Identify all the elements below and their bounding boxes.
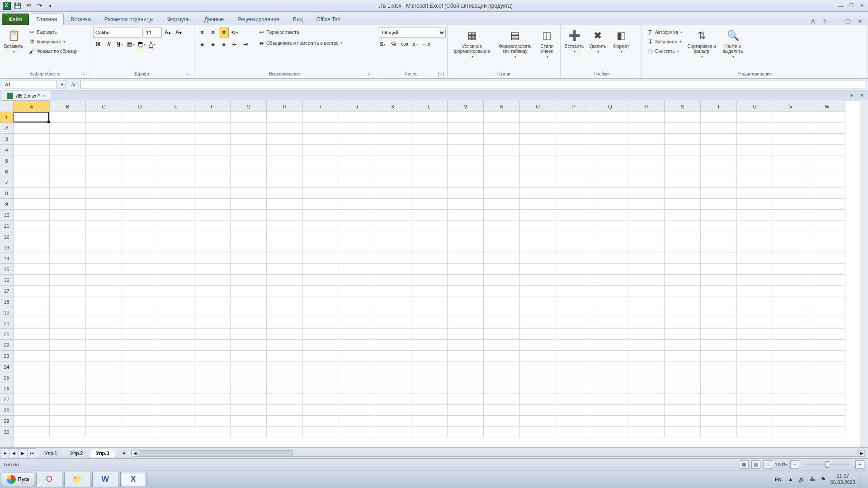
cell[interactable] (231, 416, 267, 427)
cell[interactable] (86, 242, 122, 253)
column-header[interactable]: N (484, 101, 520, 112)
decrease-indent-button[interactable]: ⇤ (230, 39, 240, 49)
cell[interactable] (665, 264, 701, 275)
cell[interactable] (194, 318, 231, 329)
row-header[interactable]: 16 (0, 275, 13, 286)
cell[interactable] (665, 199, 701, 210)
cell[interactable] (339, 318, 375, 329)
cell[interactable] (194, 394, 231, 405)
cell[interactable] (14, 112, 50, 123)
cell[interactable] (194, 307, 231, 318)
cell[interactable] (50, 112, 86, 123)
cell[interactable] (411, 199, 448, 210)
cell[interactable] (339, 210, 375, 221)
cell[interactable] (773, 166, 809, 177)
cell[interactable] (267, 231, 303, 242)
cell[interactable] (484, 166, 520, 177)
row-header[interactable]: 26 (0, 383, 13, 394)
cell[interactable] (484, 340, 520, 351)
format-as-table-button[interactable]: ▤Форматировать как таблицу (495, 28, 535, 60)
cell[interactable] (303, 221, 339, 231)
cell[interactable] (86, 221, 122, 231)
cell[interactable] (375, 166, 411, 177)
column-header[interactable]: C (86, 101, 122, 112)
cell[interactable] (556, 155, 592, 166)
ribbon-tab-данные[interactable]: Данные (198, 14, 231, 25)
percent-button[interactable]: % (389, 39, 399, 49)
cell[interactable] (520, 264, 556, 275)
cell[interactable] (194, 286, 231, 296)
row-header[interactable]: 14 (0, 253, 13, 264)
cell[interactable] (158, 383, 194, 394)
cell[interactable] (773, 351, 809, 361)
alignment-launcher[interactable]: ↘ (366, 72, 371, 77)
cell[interactable] (773, 286, 809, 296)
cell[interactable] (737, 155, 773, 166)
ribbon-tab-вид[interactable]: Вид (286, 14, 310, 25)
cell[interactable] (737, 405, 773, 416)
cell[interactable] (592, 351, 628, 361)
cell[interactable] (158, 394, 194, 405)
cell[interactable] (375, 242, 411, 253)
cell[interactable] (484, 199, 520, 210)
cell[interactable] (592, 145, 628, 155)
cell[interactable] (809, 296, 845, 307)
page-break-view-button[interactable]: ▭ (763, 460, 772, 469)
cell[interactable] (194, 405, 231, 416)
cell[interactable] (448, 199, 484, 210)
cell[interactable] (520, 329, 556, 340)
cell[interactable] (592, 112, 628, 123)
cell[interactable] (520, 231, 556, 242)
cell[interactable] (484, 361, 520, 372)
cell[interactable] (737, 318, 773, 329)
cell[interactable] (231, 112, 267, 123)
cell[interactable] (484, 134, 520, 145)
cell[interactable] (809, 340, 845, 351)
align-bottom-button[interactable]: ≡ (219, 28, 229, 38)
cell[interactable] (267, 264, 303, 275)
cell[interactable] (122, 275, 158, 286)
cell[interactable] (411, 340, 448, 351)
workbook-restore-button[interactable]: ❐ (844, 18, 853, 25)
cell[interactable] (339, 416, 375, 427)
row-header[interactable]: 2 (0, 123, 13, 134)
cell[interactable] (520, 134, 556, 145)
zoom-out-button[interactable]: − (790, 460, 799, 469)
hscroll-thumb[interactable] (139, 450, 292, 456)
cell[interactable] (267, 405, 303, 416)
cell[interactable] (448, 394, 484, 405)
cell[interactable] (411, 242, 448, 253)
cell[interactable] (339, 372, 375, 383)
cell[interactable] (737, 177, 773, 188)
cell[interactable] (737, 188, 773, 199)
cell[interactable] (50, 145, 86, 155)
cell[interactable] (411, 123, 448, 134)
cell[interactable] (50, 318, 86, 329)
ribbon-tab-формулы[interactable]: Формулы (160, 14, 198, 25)
cell[interactable] (520, 253, 556, 264)
cell[interactable] (267, 361, 303, 372)
cell[interactable] (303, 372, 339, 383)
column-header[interactable]: K (375, 101, 411, 112)
cell[interactable] (520, 112, 556, 123)
column-header[interactable]: P (556, 101, 592, 112)
cell[interactable] (303, 296, 339, 307)
row-header[interactable]: 27 (0, 394, 13, 405)
cell[interactable] (267, 177, 303, 188)
cell[interactable] (375, 264, 411, 275)
cell[interactable] (484, 307, 520, 318)
row-header[interactable]: 15 (0, 264, 13, 275)
cell[interactable] (701, 286, 737, 296)
cell[interactable] (158, 145, 194, 155)
tray-network-icon[interactable]: 🖧 (809, 476, 816, 483)
horizontal-scrollbar[interactable]: ◀ ▶ (131, 450, 865, 457)
row-header[interactable]: 24 (0, 361, 13, 372)
cell[interactable] (809, 275, 845, 286)
cell[interactable] (520, 221, 556, 231)
cell[interactable] (484, 329, 520, 340)
cell[interactable] (701, 253, 737, 264)
cell[interactable] (665, 286, 701, 296)
cell[interactable] (592, 318, 628, 329)
cell[interactable] (520, 123, 556, 134)
cell[interactable] (809, 177, 845, 188)
